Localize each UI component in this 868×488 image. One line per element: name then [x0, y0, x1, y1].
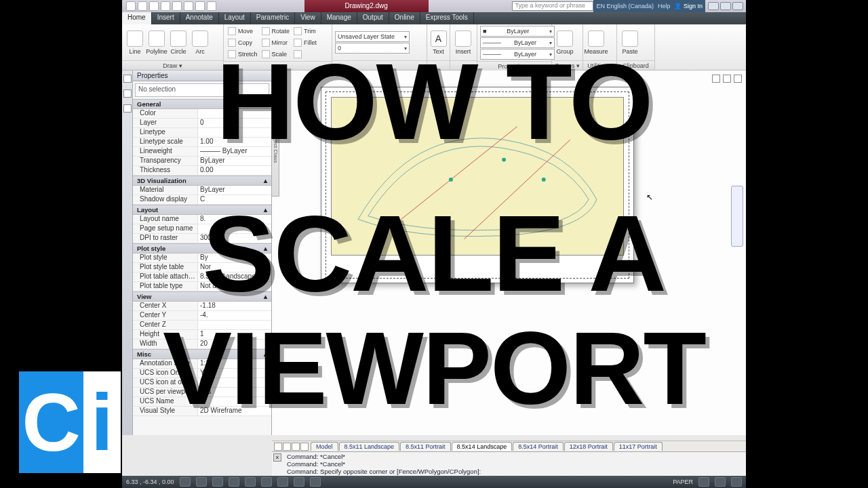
- layout-tab[interactable]: 11x17 Portrait: [614, 442, 663, 451]
- signin-link[interactable]: 👤 Sign In: [674, 3, 703, 9]
- grid-toggle[interactable]: [196, 477, 207, 487]
- prop-row[interactable]: Color: [133, 109, 271, 119]
- annoscale-button[interactable]: [698, 477, 709, 487]
- prop-value[interactable]: Yes: [197, 388, 271, 396]
- polyline-tool[interactable]: Polyline: [146, 30, 167, 55]
- layout-tab[interactable]: 12x18 Portrait: [564, 442, 613, 451]
- qat-undo-icon[interactable]: [195, 1, 205, 11]
- tab-prev-icon[interactable]: [283, 443, 291, 451]
- vp-min-icon[interactable]: [712, 75, 720, 83]
- prop-category[interactable]: 3D Visualization▴: [133, 176, 271, 186]
- ribbon-tab-layout[interactable]: Layout: [219, 12, 251, 24]
- prop-row[interactable]: MaterialByLayer: [133, 186, 271, 195]
- space-indicator[interactable]: PAPER: [673, 479, 693, 485]
- workspace-button[interactable]: [715, 477, 726, 487]
- prop-row[interactable]: UCS icon OnYes: [133, 369, 271, 378]
- viewport[interactable]: [331, 97, 624, 256]
- prop-value[interactable]: 1:1: [197, 359, 271, 368]
- panel-label[interactable]: [224, 61, 332, 70]
- prop-value[interactable]: 300: [197, 234, 271, 243]
- prop-value[interactable]: [197, 224, 271, 233]
- move-tool[interactable]: Move: [226, 26, 259, 37]
- line-tool[interactable]: Line: [125, 30, 145, 55]
- prop-category[interactable]: Layout▴: [133, 205, 271, 215]
- otrack-toggle[interactable]: [261, 477, 272, 487]
- prop-value[interactable]: 8.5x14 Landscape: [197, 272, 271, 281]
- prop-row[interactable]: Plot table typeNot available: [133, 282, 271, 291]
- stretch-tool[interactable]: Stretch: [226, 49, 259, 60]
- palette-sheetset-icon[interactable]: [123, 89, 132, 98]
- panel-label[interactable]: Groups ▾: [552, 60, 583, 70]
- layout-tab[interactable]: 8.5x14 Landscape: [452, 442, 513, 451]
- qat-plot-icon[interactable]: [184, 1, 193, 11]
- copy-tool[interactable]: Copy: [226, 37, 259, 48]
- osnap-toggle[interactable]: [245, 477, 256, 487]
- prop-row[interactable]: Visual Style2D Wireframe: [133, 407, 271, 416]
- prop-row[interactable]: Shadow displayC: [133, 195, 271, 205]
- prop-row[interactable]: Center Y-4.: [133, 311, 271, 321]
- prop-row[interactable]: Linetype scale1.00: [133, 138, 271, 147]
- prop-value[interactable]: -1.18: [197, 302, 271, 310]
- ortho-toggle[interactable]: [212, 477, 223, 487]
- maximize-button[interactable]: [720, 2, 731, 10]
- arc-tool[interactable]: Arc: [190, 30, 210, 55]
- palette-tool-icon[interactable]: [123, 104, 132, 113]
- prop-value[interactable]: By: [197, 253, 271, 262]
- prop-value[interactable]: 1: [197, 330, 271, 339]
- panel-label[interactable]: Utilities ▾: [583, 60, 616, 70]
- qat-redo-icon[interactable]: [207, 1, 216, 11]
- close-button[interactable]: [732, 2, 743, 10]
- cleanscreen-button[interactable]: [731, 477, 742, 487]
- circle-tool[interactable]: Circle: [168, 30, 189, 55]
- prop-row[interactable]: Layer0: [133, 119, 271, 128]
- prop-value[interactable]: Not available: [197, 282, 271, 291]
- prop-row[interactable]: Layout name8.: [133, 215, 271, 224]
- prop-category[interactable]: Misc▴: [133, 349, 271, 359]
- prop-row[interactable]: UCS Name: [133, 397, 271, 407]
- prop-value[interactable]: 1.00: [197, 138, 271, 146]
- ribbon-tab-output[interactable]: Output: [357, 12, 389, 24]
- prop-row[interactable]: Width20: [133, 340, 271, 349]
- prop-row[interactable]: UCS per viewportYes: [133, 388, 271, 397]
- prop-row[interactable]: Center X-1.18: [133, 302, 271, 311]
- prop-row[interactable]: Plot table attach…8.5x14 Landscape: [133, 272, 271, 282]
- ribbon-tab-express-tools[interactable]: Express Tools: [420, 12, 474, 24]
- rotate-tool[interactable]: Rotate: [260, 26, 292, 37]
- prop-row[interactable]: Annotation scale1:1: [133, 359, 271, 369]
- prop-row[interactable]: TransparencyByLayer: [133, 157, 271, 166]
- panel-label[interactable]: Properties ▾: [477, 61, 551, 70]
- layout-tab[interactable]: 8.5x11 Portrait: [400, 442, 451, 451]
- group-tool[interactable]: Group: [555, 30, 575, 55]
- qat-open-icon[interactable]: [149, 1, 159, 11]
- layout-tab[interactable]: 8.5x11 Landscape: [339, 442, 400, 451]
- prop-row[interactable]: Thickness0.00: [133, 166, 271, 176]
- panel-label[interactable]: [332, 60, 427, 70]
- text-tool[interactable]: AText: [430, 30, 447, 55]
- layer-combo[interactable]: 0: [335, 43, 410, 54]
- language-indicator[interactable]: EN English (Canada): [596, 3, 654, 9]
- prop-row[interactable]: Center Z: [133, 321, 271, 330]
- vp-close-icon[interactable]: [734, 75, 742, 83]
- prop-category[interactable]: General▴: [133, 99, 271, 109]
- prop-row[interactable]: Page setup name: [133, 224, 271, 234]
- prop-row[interactable]: Lineweight——— ByLayer: [133, 147, 271, 157]
- trim-tool[interactable]: Trim: [292, 26, 318, 37]
- paste-tool[interactable]: Paste: [620, 30, 640, 55]
- prop-row[interactable]: DPI to raster300: [133, 234, 271, 243]
- infocenter-search[interactable]: Type a keyword or phrase: [512, 1, 593, 11]
- prop-value[interactable]: [197, 128, 271, 137]
- layout-tab[interactable]: 8.5x14 Portrait: [513, 442, 564, 451]
- prop-row[interactable]: Plot styleBy: [133, 253, 271, 263]
- prop-value[interactable]: ——— ByLayer: [197, 147, 271, 156]
- navigation-bar[interactable]: [731, 186, 743, 247]
- dyn-toggle[interactable]: [277, 477, 288, 487]
- layer-state-combo[interactable]: Unsaved Layer State: [335, 31, 410, 42]
- qat-save-icon[interactable]: [161, 1, 170, 11]
- panel-label[interactable]: Clipboard: [617, 60, 654, 70]
- ribbon-tab-parametric[interactable]: Parametric: [251, 12, 295, 24]
- snap-toggle[interactable]: [180, 477, 191, 487]
- object-class-tab[interactable]: Object Class: [271, 95, 279, 197]
- vp-max-icon[interactable]: [723, 75, 731, 83]
- prop-value[interactable]: C: [197, 195, 271, 204]
- drawing-area[interactable]: ↖: [272, 70, 746, 435]
